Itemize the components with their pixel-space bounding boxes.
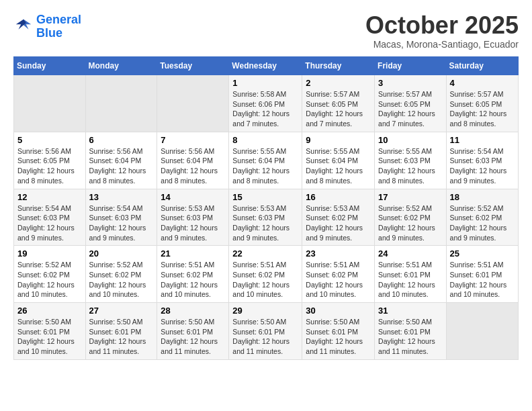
day-number: 31: [378, 306, 443, 316]
header-sunday: Sunday: [14, 57, 86, 75]
calendar-cell: [446, 303, 518, 360]
day-number: 7: [161, 135, 225, 145]
calendar-cell: 20Sunrise: 5:52 AMSunset: 6:02 PMDayligh…: [85, 246, 157, 303]
day-number: 16: [306, 192, 371, 202]
header-wednesday: Wednesday: [229, 57, 302, 75]
day-number: 17: [378, 192, 443, 202]
day-number: 8: [232, 135, 298, 145]
day-info: Sunrise: 5:57 AMSunset: 6:05 PMDaylight:…: [306, 89, 371, 129]
day-info: Sunrise: 5:55 AMSunset: 6:03 PMDaylight:…: [378, 146, 443, 186]
calendar-cell: 28Sunrise: 5:50 AMSunset: 6:01 PMDayligh…: [157, 303, 229, 360]
calendar-cell: 9Sunrise: 5:55 AMSunset: 6:04 PMDaylight…: [302, 132, 375, 189]
day-info: Sunrise: 5:51 AMSunset: 6:02 PMDaylight:…: [161, 260, 225, 300]
month-title: October 2025: [365, 13, 519, 38]
header-friday: Friday: [375, 57, 447, 75]
header-saturday: Saturday: [446, 57, 518, 75]
title-block: October 2025 Macas, Morona-Santiago, Ecu…: [365, 13, 519, 50]
day-info: Sunrise: 5:51 AMSunset: 6:02 PMDaylight:…: [232, 260, 298, 300]
day-number: 26: [17, 306, 82, 316]
calendar-cell: 25Sunrise: 5:51 AMSunset: 6:01 PMDayligh…: [446, 246, 518, 303]
day-info: Sunrise: 5:57 AMSunset: 6:05 PMDaylight:…: [450, 89, 515, 129]
logo: General Blue: [13, 13, 81, 40]
calendar-cell: 13Sunrise: 5:54 AMSunset: 6:03 PMDayligh…: [85, 189, 157, 246]
logo-text: General Blue: [36, 13, 81, 40]
day-info: Sunrise: 5:50 AMSunset: 6:01 PMDaylight:…: [378, 317, 443, 357]
day-info: Sunrise: 5:58 AMSunset: 6:06 PMDaylight:…: [232, 89, 298, 129]
day-number: 2: [306, 78, 371, 88]
header-tuesday: Tuesday: [157, 57, 229, 75]
day-number: 18: [450, 192, 515, 202]
calendar-week-5: 26Sunrise: 5:50 AMSunset: 6:01 PMDayligh…: [14, 303, 519, 360]
calendar-cell: 1Sunrise: 5:58 AMSunset: 6:06 PMDaylight…: [229, 75, 302, 132]
day-info: Sunrise: 5:55 AMSunset: 6:04 PMDaylight:…: [232, 146, 298, 186]
calendar-week-4: 19Sunrise: 5:52 AMSunset: 6:02 PMDayligh…: [14, 246, 519, 303]
calendar-cell: 29Sunrise: 5:50 AMSunset: 6:01 PMDayligh…: [229, 303, 302, 360]
day-info: Sunrise: 5:54 AMSunset: 6:03 PMDaylight:…: [17, 203, 82, 243]
calendar-cell: 30Sunrise: 5:50 AMSunset: 6:01 PMDayligh…: [302, 303, 375, 360]
day-info: Sunrise: 5:50 AMSunset: 6:01 PMDaylight:…: [306, 317, 371, 357]
day-number: 15: [232, 192, 298, 202]
day-number: 5: [17, 135, 82, 145]
day-number: 4: [450, 78, 515, 88]
day-info: Sunrise: 5:51 AMSunset: 6:01 PMDaylight:…: [450, 260, 515, 300]
calendar-cell: 12Sunrise: 5:54 AMSunset: 6:03 PMDayligh…: [14, 189, 86, 246]
day-number: 13: [89, 192, 154, 202]
day-number: 1: [232, 78, 298, 88]
day-number: 19: [17, 248, 82, 259]
calendar-cell: 5Sunrise: 5:56 AMSunset: 6:05 PMDaylight…: [14, 132, 86, 189]
page-header: General Blue October 2025 Macas, Morona-…: [13, 13, 519, 50]
day-info: Sunrise: 5:53 AMSunset: 6:02 PMDaylight:…: [306, 203, 371, 243]
day-number: 27: [89, 306, 154, 316]
day-number: 28: [161, 306, 225, 316]
day-info: Sunrise: 5:50 AMSunset: 6:01 PMDaylight:…: [232, 317, 298, 357]
calendar-cell: 21Sunrise: 5:51 AMSunset: 6:02 PMDayligh…: [157, 246, 229, 303]
day-number: 20: [89, 248, 154, 259]
day-info: Sunrise: 5:51 AMSunset: 6:02 PMDaylight:…: [306, 260, 371, 300]
day-number: 6: [89, 135, 154, 145]
calendar-cell: 15Sunrise: 5:53 AMSunset: 6:03 PMDayligh…: [229, 189, 302, 246]
calendar-cell: 19Sunrise: 5:52 AMSunset: 6:02 PMDayligh…: [14, 246, 86, 303]
calendar-cell: 6Sunrise: 5:56 AMSunset: 6:04 PMDaylight…: [85, 132, 157, 189]
day-number: 25: [450, 248, 515, 259]
header-thursday: Thursday: [302, 57, 375, 75]
location-subtitle: Macas, Morona-Santiago, Ecuador: [365, 39, 519, 50]
day-number: 22: [232, 248, 298, 259]
calendar-cell: 11Sunrise: 5:54 AMSunset: 6:03 PMDayligh…: [446, 132, 518, 189]
calendar-cell: 24Sunrise: 5:51 AMSunset: 6:01 PMDayligh…: [375, 246, 447, 303]
day-number: 9: [306, 135, 371, 145]
day-info: Sunrise: 5:52 AMSunset: 6:02 PMDaylight:…: [450, 203, 515, 243]
weekday-header-row: Sunday Monday Tuesday Wednesday Thursday…: [14, 57, 519, 75]
day-info: Sunrise: 5:52 AMSunset: 6:02 PMDaylight:…: [17, 260, 82, 300]
day-number: 29: [232, 306, 298, 316]
day-info: Sunrise: 5:52 AMSunset: 6:02 PMDaylight:…: [378, 203, 443, 243]
calendar-cell: 22Sunrise: 5:51 AMSunset: 6:02 PMDayligh…: [229, 246, 302, 303]
day-number: 11: [450, 135, 515, 145]
day-info: Sunrise: 5:55 AMSunset: 6:04 PMDaylight:…: [306, 146, 371, 186]
day-info: Sunrise: 5:50 AMSunset: 6:01 PMDaylight:…: [17, 317, 82, 357]
calendar-cell: 8Sunrise: 5:55 AMSunset: 6:04 PMDaylight…: [229, 132, 302, 189]
day-number: 14: [161, 192, 225, 202]
header-monday: Monday: [85, 57, 157, 75]
calendar-cell: 17Sunrise: 5:52 AMSunset: 6:02 PMDayligh…: [375, 189, 447, 246]
logo-bird-icon: [13, 17, 34, 37]
calendar-cell: 18Sunrise: 5:52 AMSunset: 6:02 PMDayligh…: [446, 189, 518, 246]
calendar-cell: [14, 75, 86, 132]
calendar-cell: 23Sunrise: 5:51 AMSunset: 6:02 PMDayligh…: [302, 246, 375, 303]
day-info: Sunrise: 5:56 AMSunset: 6:04 PMDaylight:…: [161, 146, 225, 186]
calendar-cell: 4Sunrise: 5:57 AMSunset: 6:05 PMDaylight…: [446, 75, 518, 132]
day-info: Sunrise: 5:56 AMSunset: 6:04 PMDaylight:…: [89, 146, 154, 186]
day-info: Sunrise: 5:54 AMSunset: 6:03 PMDaylight:…: [89, 203, 154, 243]
day-info: Sunrise: 5:52 AMSunset: 6:02 PMDaylight:…: [89, 260, 154, 300]
calendar-week-2: 5Sunrise: 5:56 AMSunset: 6:05 PMDaylight…: [14, 132, 519, 189]
calendar-cell: 10Sunrise: 5:55 AMSunset: 6:03 PMDayligh…: [375, 132, 447, 189]
calendar-cell: 26Sunrise: 5:50 AMSunset: 6:01 PMDayligh…: [14, 303, 86, 360]
calendar-cell: 7Sunrise: 5:56 AMSunset: 6:04 PMDaylight…: [157, 132, 229, 189]
calendar-week-3: 12Sunrise: 5:54 AMSunset: 6:03 PMDayligh…: [14, 189, 519, 246]
calendar-cell: [157, 75, 229, 132]
day-number: 21: [161, 248, 225, 259]
calendar-cell: 27Sunrise: 5:50 AMSunset: 6:01 PMDayligh…: [85, 303, 157, 360]
day-info: Sunrise: 5:50 AMSunset: 6:01 PMDaylight:…: [161, 317, 225, 357]
day-number: 12: [17, 192, 82, 202]
calendar-table: Sunday Monday Tuesday Wednesday Thursday…: [13, 56, 519, 360]
day-number: 10: [378, 135, 443, 145]
